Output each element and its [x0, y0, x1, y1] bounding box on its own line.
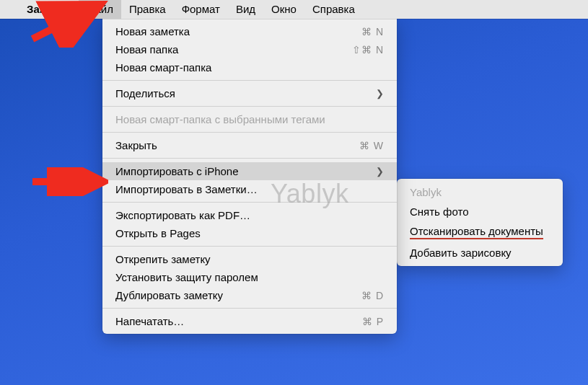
menu-new-smart-folder[interactable]: Новая смарт-папка	[102, 58, 397, 76]
file-menu-dropdown: Новая заметка ⌘ N Новая папка ⇧⌘ N Новая…	[102, 19, 397, 334]
menu-separator	[102, 132, 397, 133]
menu-label: Экспортировать как PDF…	[115, 209, 250, 221]
import-iphone-submenu: Yablyk Снять фото Отсканировать документ…	[397, 179, 563, 266]
menu-export-pdf[interactable]: Экспортировать как PDF…	[102, 206, 397, 224]
menu-share[interactable]: Поделиться ❯	[102, 84, 397, 102]
menu-separator	[102, 308, 397, 309]
menu-label: Снять фото	[410, 205, 469, 218]
menubar-item-help[interactable]: Справка	[304, 0, 363, 19]
menu-label: Импортировать в Заметки…	[115, 183, 258, 195]
menu-smart-tags: Новая смарт-папка с выбранными тегами	[102, 110, 397, 128]
menu-label: Открепить заметку	[115, 253, 211, 265]
menu-label: Открыть в Pages	[115, 227, 201, 239]
menu-unpin[interactable]: Открепить заметку	[102, 250, 397, 268]
menu-label: Поделиться	[115, 87, 175, 99]
menu-import-notes[interactable]: Импортировать в Заметки…	[102, 180, 397, 198]
menubar-item-window[interactable]: Окно	[263, 0, 304, 19]
menu-label: Новая смарт-папка	[115, 61, 211, 74]
shortcut: ⌘ P	[362, 316, 384, 327]
chevron-right-icon: ❯	[376, 166, 384, 177]
menu-label: Установить защиту паролем	[115, 271, 258, 283]
submenu-scan-documents[interactable]: Отсканировать документы	[397, 221, 563, 243]
menu-open-pages[interactable]: Открыть в Pages	[102, 224, 397, 242]
submenu-device-header: Yablyk	[397, 182, 563, 202]
menu-label: Добавить зарисовку	[410, 247, 512, 259]
shortcut: ⌘ W	[359, 140, 384, 151]
menu-label: Новая папка	[115, 43, 178, 56]
menu-separator	[102, 106, 397, 107]
annotation-arrow-icon	[29, 0, 108, 48]
menu-label: Закрыть	[115, 139, 157, 151]
annotation-arrow-icon	[29, 167, 108, 196]
menu-new-note[interactable]: Новая заметка ⌘ N	[102, 22, 397, 40]
menubar-item-format[interactable]: Формат	[174, 0, 228, 19]
menu-set-password[interactable]: Установить защиту паролем	[102, 268, 397, 286]
svg-line-1	[32, 7, 95, 39]
menu-label: Новая смарт-папка с выбранными тегами	[115, 113, 325, 125]
menu-label: Дублировать заметку	[115, 289, 223, 301]
menu-import-iphone[interactable]: Импортировать с iPhone ❯	[102, 162, 397, 180]
menu-label: Yablyk	[410, 186, 442, 198]
menu-label: Напечатать…	[115, 315, 184, 327]
submenu-add-sketch[interactable]: Добавить зарисовку	[397, 243, 563, 262]
menu-duplicate[interactable]: Дублировать заметку ⌘ D	[102, 286, 397, 304]
menu-separator	[102, 80, 397, 81]
submenu-take-photo[interactable]: Снять фото	[397, 202, 563, 221]
menu-new-folder[interactable]: Новая папка ⇧⌘ N	[102, 40, 397, 58]
menu-separator	[102, 246, 397, 247]
menu-separator	[102, 158, 397, 159]
menu-close[interactable]: Закрыть ⌘ W	[102, 136, 397, 154]
menubar-item-edit[interactable]: Правка	[121, 0, 174, 19]
chevron-right-icon: ❯	[376, 88, 384, 99]
menu-print[interactable]: Напечатать… ⌘ P	[102, 312, 397, 330]
menu-label: Отсканировать документы	[410, 225, 543, 239]
shortcut: ⌘ N	[361, 26, 384, 37]
menubar-item-view[interactable]: Вид	[228, 0, 263, 19]
shortcut: ⌘ D	[361, 290, 384, 301]
menu-label: Новая заметка	[115, 25, 190, 37]
menu-label: Импортировать с iPhone	[115, 165, 239, 177]
shortcut: ⇧⌘ N	[352, 44, 384, 56]
menu-separator	[102, 202, 397, 203]
